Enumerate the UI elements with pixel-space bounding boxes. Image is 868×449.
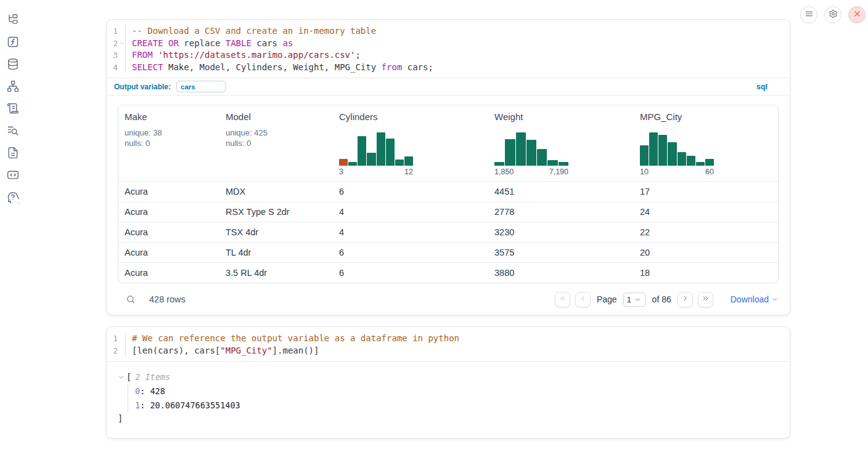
histogram-bar [348, 162, 357, 166]
code-line[interactable]: 2CREATE OR replace TABLE cars as [107, 38, 790, 50]
output-tree: [ 2 Items 0: 4281: 20.060747663551403 ] [107, 362, 790, 424]
table-row[interactable]: AcuraRSX Type S 2dr4277824 [118, 201, 778, 222]
fold-spacer [118, 25, 125, 38]
help-icon[interactable] [7, 191, 19, 203]
table-row[interactable]: AcuraTSX 4dr4323022 [118, 222, 778, 242]
tree-value: 428 [150, 386, 165, 396]
download-button[interactable]: Download [731, 294, 779, 304]
table-cell: MDX [219, 182, 333, 201]
histogram-bar [547, 160, 557, 166]
histogram-bar [559, 162, 568, 166]
histogram-bar [377, 132, 385, 166]
column-label[interactable]: Weight [494, 111, 628, 122]
line-number: 2 [107, 38, 126, 50]
table-cell: 20 [634, 243, 778, 262]
tree-entry: 0: 428 [135, 384, 790, 398]
line-number: 3 [107, 49, 126, 62]
document-icon[interactable] [7, 147, 19, 159]
first-page-button[interactable] [555, 292, 570, 307]
top-right-controls [800, 6, 866, 23]
chevron-right-icon [681, 294, 689, 304]
database-icon[interactable] [7, 58, 19, 70]
histogram-axis: 312 [339, 168, 413, 176]
next-page-button[interactable] [678, 292, 693, 307]
logs-search-icon[interactable] [7, 124, 19, 137]
download-label: Download [731, 294, 769, 304]
column-header-weight: Weight 1,8507,190 [488, 105, 634, 181]
chevrons-right-icon [702, 294, 710, 304]
table-cell: 3.5 RL 4dr [219, 263, 333, 283]
code-text: CREATE OR replace TABLE cars as [126, 38, 293, 50]
sql-output-area: Makeunique: 38nulls: 0Modelunique: 425nu… [107, 95, 790, 283]
table-cell: 22 [634, 222, 778, 242]
column-stats: unique: 38nulls: 0 [125, 128, 213, 148]
column-label[interactable]: MPG_City [640, 111, 772, 122]
table-cell: Acura [118, 243, 219, 262]
column-stats: unique: 425nulls: 0 [226, 128, 327, 148]
fold-spacer [118, 49, 125, 62]
menu-button[interactable] [800, 6, 817, 23]
settings-gear-button[interactable] [824, 6, 841, 23]
histogram-bar [658, 135, 667, 166]
histogram-axis: 1060 [640, 168, 714, 176]
histogram-bar [505, 139, 515, 166]
code-text: SELECT Make, Model, Cylinders, Weight, M… [126, 62, 433, 74]
snippets-icon[interactable] [7, 169, 19, 181]
table-cell: 18 [634, 263, 778, 283]
sql-cell: 1-- Download a CSV and create an in-memo… [106, 19, 790, 315]
scroll-icon[interactable] [7, 102, 19, 115]
table-row[interactable]: AcuraTL 4dr6357520 [118, 242, 778, 262]
code-line[interactable]: 1# We can reference the output variable … [107, 333, 790, 345]
function-icon[interactable] [7, 36, 19, 48]
tree-entry: 1: 20.060747663551403 [135, 398, 790, 413]
histogram-bar [404, 156, 413, 166]
page-select-value: 1 [627, 295, 632, 304]
table-cell: 24 [634, 202, 778, 222]
histogram-bar [526, 140, 536, 166]
tree-collapse-icon[interactable] [118, 374, 125, 381]
table-cell: 3880 [488, 263, 634, 283]
shutdown-x-button[interactable] [848, 6, 866, 23]
column-header-cylinders: Cylinders 312 [333, 105, 488, 181]
table-header: Makeunique: 38nulls: 0Modelunique: 425nu… [118, 105, 778, 181]
table-cell: TL 4dr [219, 243, 333, 262]
output-variable-input[interactable] [176, 81, 226, 92]
prev-page-button[interactable] [575, 292, 591, 307]
column-label[interactable]: Model [226, 111, 327, 122]
code-line[interactable]: 2[len(cars), cars["MPG_City"].mean()] [107, 345, 790, 357]
column-label[interactable]: Make [125, 111, 213, 122]
table-cell: Acura [118, 263, 219, 283]
tree-open-bracket: [ [126, 371, 131, 383]
last-page-button[interactable] [698, 292, 713, 307]
line-number: 1 [107, 333, 126, 345]
code-text: # We can reference the output variable a… [126, 333, 459, 345]
histogram-bar [668, 142, 676, 166]
data-table: Makeunique: 38nulls: 0Modelunique: 425nu… [118, 105, 779, 283]
column-label[interactable]: Cylinders [339, 111, 482, 122]
left-sidebar [0, 0, 26, 449]
fold-chevron-icon[interactable] [118, 38, 125, 50]
table-cell: 6 [333, 182, 488, 201]
chevron-down-icon [634, 296, 641, 303]
histogram-bar [339, 159, 348, 166]
row-count: 428 rows [149, 294, 186, 304]
search-icon[interactable] [126, 294, 136, 304]
page-select[interactable]: 1 [623, 293, 646, 307]
code-line[interactable]: 3FROM 'https://datasets.marimo.app/cars.… [107, 49, 790, 62]
tree-value: 20.060747663551403 [150, 400, 240, 410]
dependency-graph-icon[interactable] [7, 80, 19, 92]
sql-code-editor[interactable]: 1-- Download a CSV and create an in-memo… [107, 20, 790, 78]
fold-spacer [118, 345, 125, 357]
table-row[interactable]: Acura3.5 RL 4dr6388018 [118, 262, 778, 283]
table-cell: RSX Type S 2dr [219, 202, 333, 222]
python-code-editor[interactable]: 1# We can reference the output variable … [107, 327, 790, 361]
code-line[interactable]: 4SELECT Make, Model, Cylinders, Weight, … [107, 62, 790, 74]
line-number: 2 [107, 345, 126, 357]
code-line[interactable]: 1-- Download a CSV and create an in-memo… [107, 25, 790, 38]
table-row[interactable]: AcuraMDX6445117 [118, 181, 778, 201]
file-tree-icon[interactable] [7, 14, 19, 26]
table-cell: 4 [333, 222, 488, 242]
histogram-axis: 1,8507,190 [494, 168, 568, 176]
output-variable-label: Output variable: [114, 83, 171, 91]
settings-gear-icon [829, 9, 838, 20]
